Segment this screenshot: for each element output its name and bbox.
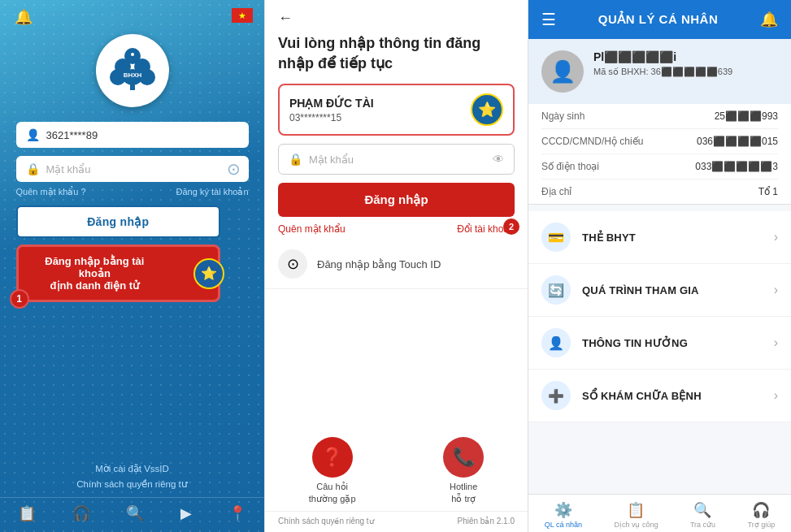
forgot-password-link[interactable]: Quên mật khẩu ?: [16, 187, 86, 197]
birthday-value: 25⬛⬛⬛993: [715, 110, 778, 122]
logo-tree-svg: BHXH: [108, 46, 157, 95]
s2-privacy-link[interactable]: Chính sách quyền riêng tư: [278, 517, 374, 526]
phone-label: Số điện thoại: [541, 161, 639, 172]
nav-search-icon[interactable]: 🔍: [126, 504, 144, 522]
nav-location-icon[interactable]: 📍: [228, 504, 246, 522]
screen2-login-confirm: ← Vui lòng nhập thông tin đăng nhập để t…: [264, 0, 528, 532]
medical-label: SỔ KHÁM CHỮA BỆNH: [582, 390, 763, 402]
detail-row-id: CCCD/CMND/Hộ chiếu 036⬛⬛⬛⬛015: [541, 129, 778, 154]
profile-id: Mã số BHXH: 36⬛⬛⬛⬛⬛639: [593, 67, 732, 77]
password-input-row[interactable]: 🔒 Mật khẩu ⊙: [16, 156, 249, 182]
privacy-link[interactable]: Chính sách quyền riêng tư: [76, 478, 187, 490]
profile-name: Pl⬛⬛⬛⬛⬛i: [593, 50, 732, 63]
register-link[interactable]: Đăng ký tài khoản: [176, 187, 249, 197]
screen2-header: ←: [265, 0, 528, 33]
dichvu-label: Dịch vụ công: [614, 521, 658, 529]
birthday-label: Ngày sinh: [541, 110, 639, 122]
avatar: 👤: [541, 50, 584, 93]
login-submit-button[interactable]: Đăng nhập: [278, 183, 515, 217]
screen3-bell-icon[interactable]: 🔔: [760, 11, 778, 28]
nav-headset-icon[interactable]: 🎧: [72, 504, 90, 522]
benefit-icon: 👤: [541, 328, 571, 357]
benefit-label: THÔNG TIN HƯỞNG: [582, 337, 763, 349]
user-card-badge: ⭐: [471, 93, 503, 126]
s2-forgot-link[interactable]: Quên mật khẩu: [278, 223, 346, 235]
dichvu-icon: 📋: [627, 501, 645, 519]
app-logo: BHXH: [96, 34, 169, 107]
screen1-top-bar: 🔔: [0, 0, 264, 26]
password-row[interactable]: 🔒 Mật khẩu 👁: [278, 144, 515, 175]
menu-item-benefit[interactable]: 👤 THÔNG TIN HƯỞNG ›: [528, 317, 791, 370]
hotline-label: Hotline hỗ trợ: [450, 481, 477, 504]
digital-login-button[interactable]: Đăng nhập bằng tài khoản định danh điện …: [16, 244, 221, 302]
user-name: PHẠM ĐỨC TÀI: [289, 97, 374, 110]
eye-icon[interactable]: 👁: [493, 153, 504, 166]
hamburger-icon[interactable]: ☰: [541, 10, 556, 29]
bell-icon[interactable]: 🔔: [15, 8, 33, 26]
user-card: PHẠM ĐỨC TÀI 03********15 ⭐: [278, 84, 515, 136]
screen3-header: ☰ QUẢN LÝ CÁ NHÂN 🔔: [528, 0, 791, 39]
profile-details: Ngày sinh 25⬛⬛⬛993 CCCD/CMND/Hộ chiếu 03…: [528, 104, 791, 205]
nav-video-icon[interactable]: ▶: [180, 504, 192, 522]
lock-icon: 🔒: [26, 162, 40, 175]
badge-2: 2: [503, 218, 519, 235]
reinstall-link[interactable]: Mời cài đặt VssID: [95, 463, 169, 474]
password-input[interactable]: Mật khẩu: [309, 154, 486, 166]
medical-chevron-icon: ›: [774, 388, 778, 403]
process-icon: 🔄: [541, 275, 571, 305]
screen1-bottom-nav: 📋 🎧 🔍 ▶ 📍: [0, 497, 264, 526]
s2-version: Phiên bản 2.1.0: [458, 517, 515, 526]
id-label: CCCD/CMND/Hộ chiếu: [541, 136, 643, 147]
hotline-item[interactable]: 📞 Hotline hỗ trợ: [443, 437, 484, 504]
bhyt-icon: 💳: [541, 223, 571, 252]
military-badge: ⭐: [193, 258, 224, 289]
faq-item[interactable]: ❓ Câu hỏi thường gặp: [309, 437, 356, 504]
nav-dichvucong[interactable]: 📋 Dịch vụ công: [614, 501, 658, 529]
username-input-row[interactable]: 👤 3621****89: [16, 122, 249, 148]
username-value: 3621****89: [46, 129, 239, 141]
vietnam-flag: [232, 8, 253, 23]
screen1-footer: Mời cài đặt VssID Chính sách quyền riêng…: [0, 463, 264, 532]
user-info: PHẠM ĐỨC TÀI 03********15: [289, 97, 374, 123]
password-placeholder: Mật khẩu: [46, 163, 239, 175]
screen2-footer: Chính sách quyền riêng tư Phiên bản 2.1.…: [265, 511, 528, 532]
nav-qlcanhan[interactable]: ⚙️ QL cá nhân: [545, 501, 582, 529]
screen3-bottom-nav: ⚙️ QL cá nhân 📋 Dịch vụ công 🔍 Tra cứu 🎧…: [528, 494, 791, 532]
digital-login-wrapper: Đăng nhập bằng tài khoản định danh điện …: [16, 244, 249, 302]
menu-item-process[interactable]: 🔄 QUÁ TRÌNH THAM GIA ›: [528, 264, 791, 317]
svg-text:BHXH: BHXH: [123, 71, 141, 79]
detail-row-birthday: Ngày sinh 25⬛⬛⬛993: [541, 104, 778, 129]
military-badge-circle: ⭐: [193, 258, 224, 289]
screen3-title: QUẢN LÝ CÁ NHÂN: [598, 12, 719, 27]
menu-item-bhyt[interactable]: 💳 THẺ BHYT ›: [528, 211, 791, 264]
benefit-chevron-icon: ›: [774, 335, 778, 350]
screen1-login: 🔔 BHXH 👤 3621****89 🔒 Mật khẩu: [0, 0, 264, 532]
tracuu-icon: 🔍: [693, 501, 711, 519]
login-btn-wrapper: Đăng nhập: [16, 205, 249, 238]
back-arrow-icon[interactable]: ←: [278, 10, 293, 27]
address-value: Tổ 1: [758, 186, 778, 197]
ql-label: QL cá nhân: [545, 521, 582, 529]
medical-icon: ➕: [541, 381, 571, 410]
switch-account-wrapper: Đổi tài khoản 2: [457, 223, 515, 235]
logo-container: BHXH: [96, 34, 169, 107]
nav-doc-icon[interactable]: 📋: [18, 504, 36, 522]
login-form: 👤 3621****89 🔒 Mật khẩu ⊙: [16, 122, 249, 182]
bhyt-chevron-icon: ›: [774, 230, 778, 244]
id-value: 036⬛⬛⬛⬛015: [697, 136, 778, 147]
process-chevron-icon: ›: [774, 283, 778, 297]
bottom-icons-row: ❓ Câu hỏi thường gặp 📞 Hotline hỗ trợ: [265, 424, 528, 511]
detail-row-address: Địa chỉ Tổ 1: [541, 179, 778, 204]
nav-tracuu[interactable]: 🔍 Tra cứu: [690, 501, 715, 529]
touch-id-label: Đăng nhập bằng Touch ID: [317, 258, 441, 270]
profile-section: 👤 Pl⬛⬛⬛⬛⬛i Mã số BHXH: 36⬛⬛⬛⬛⬛639: [528, 39, 791, 104]
menu-item-medical[interactable]: ➕ SỔ KHÁM CHỮA BỆNH ›: [528, 370, 791, 422]
forgot-register-row: Quên mật khẩu ? Đăng ký tài khoản: [16, 187, 249, 197]
hotline-icon: 📞: [443, 437, 484, 478]
user-icon: 👤: [26, 128, 40, 141]
login-button[interactable]: Đăng nhập: [16, 205, 221, 238]
badge-1: 1: [10, 289, 29, 309]
touch-id-row[interactable]: ⊙ Đăng nhập bằng Touch ID: [265, 243, 528, 289]
s2-links-row: Quên mật khẩu Đổi tài khoản 2: [265, 223, 528, 235]
nav-trogiup[interactable]: 🎧 Trợ giúp: [748, 501, 776, 529]
